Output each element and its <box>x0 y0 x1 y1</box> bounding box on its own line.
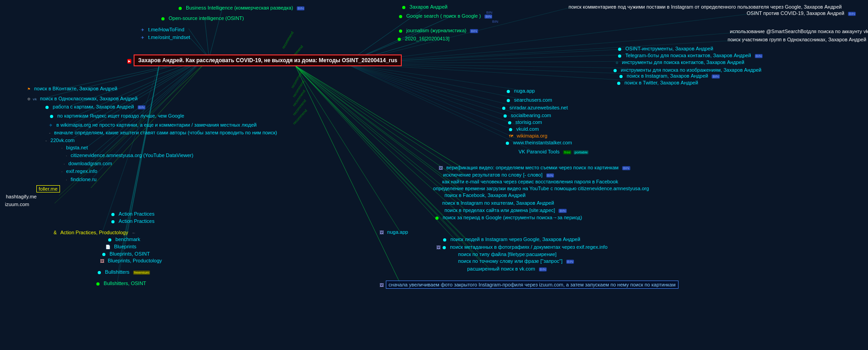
node-search-contacts[interactable]: - вначале определяем, какие хештеги став… <box>49 129 279 136</box>
node-search-groups[interactable]: работа с картами, Захаров Андрей BIN <box>45 104 145 110</box>
flag-icon: ⚑ <box>27 87 30 91</box>
node-search-comments[interactable]: 🖼 nuga.app <box>379 229 409 235</box>
dot-icon <box>398 38 401 41</box>
img-icon: 🖼 <box>436 245 440 250</box>
svg-text:recommend: recommend <box>281 31 294 49</box>
node-journalism[interactable]: journalism (журналистика) BIN <box>399 27 478 34</box>
node-search-period[interactable]: поиск за период в Google (инструменты по… <box>435 214 584 221</box>
node-socialbearing[interactable]: socialbearing.com <box>504 112 553 118</box>
node-220vk[interactable]: Action Practices <box>111 211 156 217</box>
node-searchusers[interactable]: searchusers.com <box>507 97 554 103</box>
node-blueprints-productology[interactable]: инструменты для поиска по изображениям, … <box>614 67 763 73</box>
node-hashtags[interactable]: izuum.com <box>4 201 30 207</box>
node-theinstantstalker[interactable]: www.theinstantstalker.com <box>506 139 574 146</box>
node-google-search[interactable]: Google search ( поиск в Google ) BIN <box>399 13 492 19</box>
node-label: поиск в Instagram по хештегам, Захаров А… <box>441 200 555 206</box>
node-nuga-app[interactable]: nuga.app <box>507 88 536 94</box>
node-search-facebook[interactable]: поиск в Facebook, Захаров Андрей <box>443 192 527 198</box>
dot-icon <box>96 282 100 286</box>
file-icon: 📄 <box>105 245 110 249</box>
dot-icon <box>506 142 509 145</box>
node-wikimapia[interactable]: hashtagify.me <box>5 193 38 200</box>
node-search-metadata[interactable]: 🖼 поиск метаданных в фотографиях / докум… <box>436 244 609 250</box>
bot-icon: ⚙ <box>27 97 30 101</box>
node-exclude-results[interactable]: исключение результатов по слову [- слово… <box>442 172 554 178</box>
node-storisig[interactable]: storisig.com <box>508 119 544 125</box>
node-search-instagram[interactable]: · bigsta.net <box>61 144 89 151</box>
node-verify-video[interactable]: 🖼 верификация видео: определяем место съ… <box>439 164 630 171</box>
node-foller-me[interactable]: 🖼 Blueprints, Productology <box>100 257 163 264</box>
main-node[interactable]: ▶ Захаров Андрей. Как расследовать COVID… <box>127 54 402 66</box>
svg-line-67 <box>121 66 159 253</box>
node-instagram-izuum[interactable]: 🖼 сначала увеличиваем фото закрытого Ins… <box>379 281 678 289</box>
node-action-practices-2[interactable]: использование @SmartSearchBotдля поиска … <box>728 28 868 35</box>
node-vkuid[interactable]: vkuid.com <box>509 126 540 132</box>
node-video-upload-time[interactable]: определение времени загрузки видео на Yo… <box>432 185 650 192</box>
node-label: поиск в Instagram, Захаров Андрей <box>625 73 709 79</box>
node-izuum[interactable]: Bullshitters, OSINT <box>96 280 148 286</box>
node-benchmark[interactable]: OSINT-инструменты, Захаров Андрей <box>618 45 714 52</box>
node-bigsta[interactable]: Action Practices <box>111 218 156 224</box>
node-findclone[interactable]: Blueprints, OSINT <box>102 251 151 257</box>
node-search-vk-extended[interactable]: расширенный поиск в vk.com BIN <box>466 266 547 272</box>
node-label: поиск в Twitter, Захаров Андрей <box>623 79 699 86</box>
node-business-intel[interactable]: Business Intelligence (коммерческая разв… <box>179 5 304 11</box>
bin-badge: BIN <box>546 173 554 177</box>
svg-line-32 <box>89 58 205 163</box>
node-label: поиск в пределах сайта или домена [site:… <box>443 207 556 213</box>
node-exif-regex[interactable]: 📄 Blueprints <box>105 243 138 250</box>
node-search-people-google[interactable]: поиск людей в Instagram через Google, За… <box>443 236 582 242</box>
node-vk-paranoid[interactable]: VK Paranoid Tools free portable <box>517 148 589 155</box>
node-hashtagify[interactable]: Bullshitters freemium <box>98 269 150 275</box>
node-search-twitter[interactable]: · citizenevidence.amnestyusa.org (YouTub… <box>66 152 195 158</box>
dot-icon: · <box>66 177 67 182</box>
node-what-we-measure[interactable]: поиск комментариев под чужими постами в … <box>567 4 843 10</box>
node-search-phrase[interactable]: поиск по точному слову или фразе ["запро… <box>457 258 574 264</box>
node-action-practices-1[interactable]: OSINT против COVID-19, Захаров Андрей BI… <box>745 10 856 16</box>
node-bullshitters-osint[interactable]: поиск в Twitter, Захаров Андрей <box>617 79 699 86</box>
node-label: Telegram-боты для поиска контактов, Заха… <box>624 52 753 59</box>
svg-line-8 <box>345 64 526 122</box>
node-zakharov[interactable]: Захаров Андрей <box>402 4 449 10</box>
node-label: расширенный поиск в vk.com <box>466 266 537 272</box>
node-label: storisig.com <box>514 119 544 125</box>
node-label: downloadgram.com <box>67 160 114 167</box>
node-wikimapia-site[interactable]: 🗺 wikimapia.org <box>509 133 549 139</box>
node-blueprints-osint[interactable]: ○ инструменты для поиска контактов, Заха… <box>616 59 746 65</box>
ampersand-icon: & <box>54 230 57 235</box>
node-search-ok[interactable]: · exif.regex.info <box>61 168 99 174</box>
node-action-practices-productology[interactable]: поиск участников групп в Одноклассниках,… <box>726 36 868 43</box>
node-bullshitters[interactable]: поиск в Instagram, Захаров Андрей BIN <box>619 73 720 79</box>
node-label: OSINT-инструменты, Захаров Андрей <box>624 45 714 52</box>
node-tg-bots[interactable]: ✈ в wikimapia.org не просто картинки, а … <box>49 122 258 128</box>
node-yandex-images[interactable]: foller.me <box>36 185 60 192</box>
node-search-vk[interactable]: · downloadgram.com <box>64 160 114 167</box>
dot-icon <box>507 90 510 93</box>
svg-text:recommend: recommend <box>292 79 305 98</box>
node-osint-covid[interactable]: ⚑ поиск в ВКонтакте, Захаров Андрей <box>27 85 119 92</box>
node-search-instagram-hashtag[interactable]: поиск в Instagram по хештегам, Захаров А… <box>441 200 555 206</box>
node-find-email[interactable]: как найти e-mail человека через сервис в… <box>441 178 619 185</box>
node-search-filetype[interactable]: поиск по типу файла [filetype:расширение… <box>457 251 558 257</box>
node-smartsearch[interactable]: ⚙ vk поиск в Одноклассниках, Захаров Анд… <box>27 95 139 102</box>
node-downloadgram[interactable]: benchmark <box>108 236 141 242</box>
node-maps-work[interactable]: · findclone.ru <box>66 176 98 182</box>
node-snradar[interactable]: snradar.azurewebsites.net <box>502 104 569 111</box>
node-tme-osint[interactable]: ✈ t.me/osint_mindset <box>141 34 191 40</box>
node-label: поиск по точному слову или фразе ["запро… <box>457 258 564 264</box>
node-search-site[interactable]: поиск в пределах сайта или домена [site:… <box>443 207 567 213</box>
svg-line-39 <box>295 66 464 174</box>
dot-icon: · <box>66 153 67 158</box>
node-osint[interactable]: Open-source intelligence (OSINT) <box>161 15 245 21</box>
svg-text:recommend: recommend <box>292 99 307 116</box>
svg-line-28 <box>74 58 205 132</box>
svg-line-62 <box>130 66 159 213</box>
node-2020-16[interactable]: 2020_16[20200413] <box>398 35 451 42</box>
node-citizenevidence[interactable]: & Action Practices, Productology ← <box>54 229 136 236</box>
node-search-images[interactable]: - 220vk.com <box>45 137 76 143</box>
node-tme-howtofind[interactable]: ✈ t.me/HowToFind <box>141 26 186 33</box>
node-blueprints[interactable]: Telegram-боты для поиска контактов, Заха… <box>618 52 763 59</box>
svg-line-46 <box>295 66 400 232</box>
node-osint-tools[interactable]: по картинкам Яндекс ищет гораздо лучше, … <box>50 113 185 119</box>
dot-icon: · <box>64 162 65 166</box>
